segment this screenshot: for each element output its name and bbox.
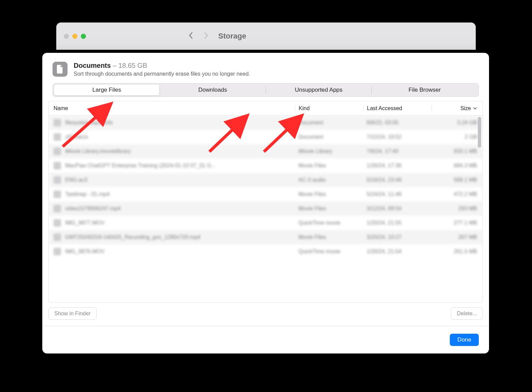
file-size: 267 MB <box>431 234 479 240</box>
table-row[interactable]: MacPaw ChatGPT Enterprise Training (2024… <box>49 159 483 173</box>
file-table: Name Kind Last Accessed Size filesystem.… <box>48 101 483 303</box>
minimize-icon[interactable] <box>72 34 77 39</box>
file-kind: QuickTime movie <box>295 248 363 255</box>
file-last-accessed: 8/8/23, 03:05 <box>363 120 431 126</box>
file-icon <box>54 148 61 155</box>
file-icon <box>54 162 61 169</box>
sheet-subtitle: Sort through documents and permanently e… <box>74 71 250 77</box>
file-last-accessed: 5/16/24, 23:49 <box>363 177 431 183</box>
file-name: Трейлер - 01.mp4 <box>65 191 295 197</box>
file-size: 277.1 MB <box>431 220 479 226</box>
tab-downloads[interactable]: Downloads <box>160 85 266 95</box>
sheet-title: Documents <box>74 62 111 69</box>
traffic-lights <box>64 34 86 39</box>
table-row[interactable]: iMovie Library.imovielibraryiMovie Libra… <box>49 144 483 159</box>
file-last-accessed: 1/20/24, 21:54 <box>363 248 431 255</box>
delete-button[interactable]: Delete... <box>451 307 483 320</box>
column-size[interactable]: Size <box>431 105 479 111</box>
file-last-accessed: 3/12/24, 09:54 <box>363 206 431 212</box>
file-kind: Movie Files <box>295 206 363 212</box>
file-kind: Movie Files <box>295 234 363 240</box>
file-last-accessed: 1/26/24, 17:36 <box>363 163 431 169</box>
documents-icon <box>53 62 68 77</box>
file-name: zI52heUx <box>65 134 295 140</box>
file-last-accessed: 3/20/24, 10:27 <box>363 234 431 240</box>
file-icon <box>54 205 61 212</box>
column-kind[interactable]: Kind <box>295 105 363 111</box>
table-row[interactable]: video1579006247.mp4Movie Files3/12/24, 0… <box>49 201 483 216</box>
parent-window-titlebar: Storage <box>56 22 476 50</box>
column-name[interactable]: Name <box>54 105 295 111</box>
file-size: 293 MB <box>431 206 479 212</box>
table-row[interactable]: ENG.ac3AC-3 audio5/16/24, 23:49568.1 MB <box>49 173 483 187</box>
file-kind: iMovie Library <box>295 148 363 154</box>
show-in-finder-button[interactable]: Show in Finder <box>48 307 97 320</box>
table-row[interactable]: zI52heUxDocument7/22/24, 19:522 GB <box>49 130 483 144</box>
file-kind: Document <box>295 120 363 126</box>
forward-button[interactable] <box>203 31 209 41</box>
file-size: 472.2 MB <box>431 191 479 197</box>
close-icon[interactable] <box>64 34 69 39</box>
file-icon <box>54 219 61 227</box>
file-icon <box>54 176 61 184</box>
scrollbar-thumb[interactable] <box>478 117 481 148</box>
table-row[interactable]: IMG_9876.MOVQuickTime movie1/20/24, 21:5… <box>49 244 483 259</box>
file-icon <box>54 191 61 198</box>
file-name: MacPaw ChatGPT Enterprise Training (2024… <box>65 163 295 169</box>
back-button[interactable] <box>188 31 194 41</box>
file-size: 3.24 GB <box>431 120 479 126</box>
file-icon <box>54 233 61 241</box>
tab-large-files[interactable]: Large Files <box>54 85 160 95</box>
table-header: Name Kind Last Accessed Size <box>49 101 483 116</box>
nav-buttons <box>188 31 209 41</box>
file-kind: Movie Files <box>295 163 363 169</box>
column-last-accessed[interactable]: Last Accessed <box>363 105 431 111</box>
file-size: 568.1 MB <box>431 177 479 183</box>
file-icon <box>54 133 61 141</box>
column-size-label: Size <box>460 105 471 111</box>
tab-unsupported-apps[interactable]: Unsupported Apps <box>266 85 372 95</box>
documents-sheet: Documents – 18.65 GB Sort through docume… <box>42 53 489 353</box>
tab-segmented-control: Large Files Downloads Unsupported Apps F… <box>53 83 479 97</box>
file-kind: AC-3 audio <box>295 177 363 183</box>
chevron-down-icon <box>473 106 477 110</box>
parent-window-title: Storage <box>218 32 246 41</box>
table-row[interactable]: IMG_9877.MOVQuickTime movie1/20/24, 21:5… <box>49 216 483 230</box>
file-name: IMG_9876.MOV <box>65 248 295 255</box>
file-name: GMT20240319-140425_Recording_gvo_1280x72… <box>65 234 295 240</box>
file-size: 261.5 MB <box>431 248 479 255</box>
file-name: filesystem.squashfs <box>65 120 295 126</box>
file-size: 933.1 MB <box>431 148 479 154</box>
table-actions: Show in Finder Delete... <box>42 303 489 326</box>
sheet-title-row: Documents – 18.65 GB <box>74 62 250 70</box>
file-name: IMG_9877.MOV <box>65 220 295 226</box>
tab-file-browser[interactable]: File Browser <box>372 85 477 95</box>
sheet-header: Documents – 18.65 GB Sort through docume… <box>42 53 489 83</box>
file-name: iMovie Library.imovielibrary <box>65 148 295 154</box>
sheet-footer: Done <box>42 326 489 353</box>
done-button[interactable]: Done <box>450 334 479 346</box>
table-body: filesystem.squashfsDocument8/8/23, 03:05… <box>49 116 483 302</box>
file-kind: QuickTime movie <box>295 220 363 226</box>
file-name: ENG.ac3 <box>65 177 295 183</box>
file-size: 2 GB <box>431 134 479 140</box>
file-last-accessed: 7/6/24, 17:40 <box>363 148 431 154</box>
file-icon <box>54 248 61 255</box>
file-last-accessed: 5/24/24, 11:48 <box>363 191 431 197</box>
table-row[interactable]: filesystem.squashfsDocument8/8/23, 03:05… <box>49 116 483 130</box>
file-kind: Document <box>295 134 363 140</box>
file-kind: Movie Files <box>295 191 363 197</box>
table-row[interactable]: Трейлер - 01.mp4Movie Files5/24/24, 11:4… <box>49 187 483 201</box>
file-size: 684.3 MB <box>431 163 479 169</box>
title-separator: – <box>113 62 118 69</box>
zoom-icon[interactable] <box>81 34 86 39</box>
file-last-accessed: 1/20/24, 21:55 <box>363 220 431 226</box>
file-icon <box>54 119 61 126</box>
file-name: video1579006247.mp4 <box>65 206 295 212</box>
table-row[interactable]: GMT20240319-140425_Recording_gvo_1280x72… <box>49 230 483 244</box>
sheet-size: 18.65 GB <box>118 62 147 69</box>
file-last-accessed: 7/22/24, 19:52 <box>363 134 431 140</box>
